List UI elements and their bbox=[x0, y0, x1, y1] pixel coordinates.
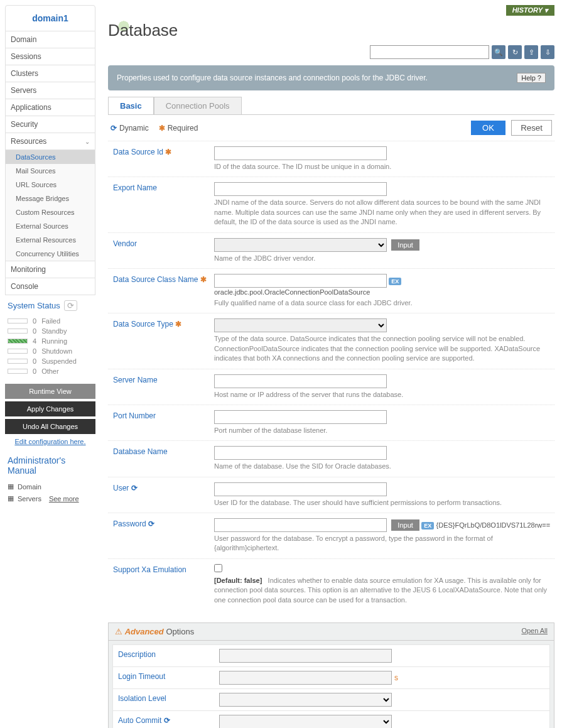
field-description: JNDI name of the data source. Servers do… bbox=[214, 198, 552, 227]
form-row: Password ⟳ Input EX {DES}FQrLbQ/D8O1lDVS… bbox=[108, 513, 554, 558]
field-value: s bbox=[217, 670, 549, 686]
basic-input-5[interactable] bbox=[214, 374, 387, 388]
field-value bbox=[217, 648, 549, 664]
history-button[interactable]: HISTORY ▾ bbox=[506, 5, 554, 16]
chevron-down-icon: ▾ bbox=[544, 6, 548, 14]
adv-input-0[interactable] bbox=[219, 649, 392, 663]
status-row-running: 4Running bbox=[5, 336, 95, 346]
manual-link-servers[interactable]: ▦ServersSee more bbox=[5, 492, 95, 504]
basic-input-3[interactable] bbox=[214, 274, 387, 288]
nav-item-servers[interactable]: Servers bbox=[5, 82, 95, 99]
sub-nav-mail-sources[interactable]: Mail Sources bbox=[6, 164, 95, 178]
help-button[interactable]: Help ? bbox=[517, 73, 546, 83]
field-description: Fully qualified name of a data source cl… bbox=[214, 298, 552, 308]
nav-item-sessions[interactable]: Sessions bbox=[5, 48, 95, 65]
tab-basic[interactable]: Basic bbox=[108, 97, 154, 114]
basic-input-1[interactable] bbox=[214, 182, 387, 196]
nav-item-console[interactable]: Console bbox=[5, 278, 95, 295]
form-row: Support Xa Emulation[Default: false] Ind… bbox=[108, 558, 554, 610]
advanced-title: ⚠ Advanced Options bbox=[115, 627, 194, 636]
status-row-standby: 0Standby bbox=[5, 326, 95, 336]
sub-nav-url-sources[interactable]: URL Sources bbox=[6, 178, 95, 192]
sub-nav-concurrency-utilities[interactable]: Concurrency Utilities bbox=[6, 247, 95, 261]
adv-input-1[interactable] bbox=[219, 671, 392, 685]
export-icon[interactable]: ⇪ bbox=[524, 45, 538, 59]
manual-link-domain[interactable]: ▦Domain bbox=[5, 481, 95, 492]
basic-input-8[interactable] bbox=[214, 482, 387, 496]
tab-connection-pools[interactable]: Connection Pools bbox=[154, 97, 242, 114]
nav-item-security[interactable]: Security bbox=[5, 116, 95, 133]
book-icon: ▦ bbox=[8, 494, 14, 503]
status-row-suspended: 0Suspended bbox=[5, 356, 95, 366]
nav-item-clusters[interactable]: Clusters bbox=[5, 65, 95, 82]
nav-item-monitoring[interactable]: Monitoring bbox=[5, 261, 95, 278]
input-button[interactable]: Input bbox=[391, 239, 419, 251]
example-text: {DES}FQrLbQ/D8O1lDVS71L28rw== bbox=[436, 521, 551, 529]
sub-nav-external-resources[interactable]: External Resources bbox=[6, 233, 95, 247]
book-icon: ▦ bbox=[8, 482, 14, 491]
nav-item-resources[interactable]: Resources⌄ bbox=[5, 133, 95, 150]
open-all-link[interactable]: Open All bbox=[521, 627, 548, 636]
field-label: User ⟳ bbox=[108, 481, 212, 509]
status-bar-icon bbox=[8, 369, 28, 374]
adv-input-2[interactable] bbox=[219, 693, 392, 707]
field-description: Name of the database. Use the SID for Or… bbox=[214, 462, 552, 471]
reset-button[interactable]: Reset bbox=[511, 120, 552, 136]
example-tag: EX bbox=[389, 278, 401, 285]
basic-input-9[interactable] bbox=[214, 518, 387, 532]
field-value: JNDI name of the data source. Servers do… bbox=[212, 181, 554, 228]
undo-changes-button[interactable]: Undo All Changes bbox=[5, 419, 95, 434]
field-label: Database Name bbox=[108, 445, 212, 472]
field-value: InputName of the JDBC driver vendor. bbox=[212, 237, 554, 264]
ok-button[interactable]: OK bbox=[471, 121, 505, 135]
field-label: Vendor bbox=[108, 237, 212, 264]
runtime-view-button[interactable]: Runtime View bbox=[5, 384, 95, 399]
basic-input-6[interactable] bbox=[214, 410, 387, 424]
form-row: Data Source Id ✱ID of the data source. T… bbox=[108, 141, 554, 177]
refresh-icon[interactable]: ↻ bbox=[508, 45, 522, 59]
sub-nav-external-sources[interactable]: External Sources bbox=[6, 219, 95, 233]
sub-nav-datasources[interactable]: DataSources bbox=[6, 150, 95, 164]
import-icon[interactable]: ⇩ bbox=[541, 45, 554, 59]
see-more-link[interactable]: See more bbox=[49, 495, 79, 503]
basic-input-4[interactable] bbox=[214, 318, 387, 332]
field-value: Host name or IP address of the server th… bbox=[212, 373, 554, 401]
system-status-header: System Status ⟳ bbox=[5, 295, 95, 316]
advanced-options-panel: ⚠ Advanced Options Open All DescriptionL… bbox=[108, 622, 554, 728]
edit-config-link[interactable]: Edit configuration here. bbox=[5, 438, 95, 445]
search-icon[interactable]: 🔍 bbox=[492, 45, 505, 59]
field-description: Host name or IP address of the server th… bbox=[214, 390, 552, 399]
form-row: Database NameName of the database. Use t… bbox=[108, 440, 554, 476]
nav-item-applications[interactable]: Applications bbox=[5, 99, 95, 116]
input-button[interactable]: Input bbox=[391, 519, 419, 531]
search-input[interactable] bbox=[370, 45, 489, 59]
nav-item-domain[interactable]: Domain bbox=[5, 31, 95, 48]
field-label: Isolation Level bbox=[113, 692, 217, 708]
basic-input-0[interactable] bbox=[214, 146, 387, 160]
status-bar-icon bbox=[8, 329, 28, 334]
field-label: Login Timeout bbox=[113, 670, 217, 686]
basic-input-2[interactable] bbox=[214, 238, 387, 252]
field-value bbox=[217, 714, 549, 728]
status-row-shutdown: 0Shutdown bbox=[5, 346, 95, 356]
status-bar-icon bbox=[8, 359, 28, 364]
domain-header[interactable]: domain1 bbox=[5, 5, 95, 31]
form-row: Data Source Type ✱Type of the data sourc… bbox=[108, 313, 554, 368]
refresh-icon[interactable]: ⟳ bbox=[64, 300, 77, 311]
required-icon: ✱ bbox=[175, 320, 181, 329]
warning-icon: ⚠ bbox=[115, 627, 122, 636]
basic-input-10[interactable] bbox=[214, 564, 222, 572]
example-tag: EX bbox=[421, 522, 434, 530]
status-bar-icon bbox=[8, 339, 28, 344]
sub-nav-message-bridges[interactable]: Message Bridges bbox=[6, 192, 95, 205]
status-bar-icon bbox=[8, 349, 28, 354]
example-text: oracle.jdbc.pool.OracleConnectionPoolDat… bbox=[214, 288, 370, 296]
field-description: [Default: false] Indicates whether to en… bbox=[214, 576, 552, 605]
apply-changes-button[interactable]: Apply Changes bbox=[5, 401, 95, 416]
field-value: ID of the data source. The ID must be un… bbox=[212, 145, 554, 173]
required-icon: ✱ bbox=[165, 148, 171, 156]
adv-input-3[interactable] bbox=[219, 715, 392, 728]
basic-input-7[interactable] bbox=[214, 446, 387, 460]
description-banner: Properties used to configure data source… bbox=[108, 65, 554, 90]
sub-nav-custom-resources[interactable]: Custom Resources bbox=[6, 205, 95, 219]
